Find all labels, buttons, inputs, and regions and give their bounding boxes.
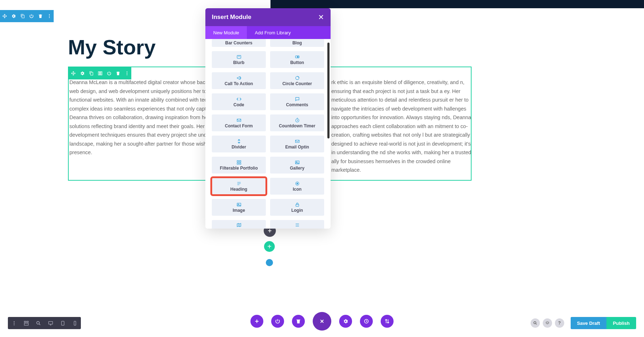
module-label: Divider (231, 145, 246, 150)
trash-icon[interactable] (113, 67, 122, 79)
module-contact-form[interactable]: Contact Form (212, 114, 266, 131)
module-circle-counter[interactable]: Circle Counter (270, 72, 324, 89)
add-row-button[interactable]: + (264, 241, 275, 252)
desktop-icon[interactable] (44, 317, 57, 329)
module-heading[interactable]: Heading (212, 178, 266, 195)
module-login[interactable]: Login (270, 199, 324, 216)
module-label: Button (290, 60, 304, 65)
section-pill[interactable] (266, 259, 273, 266)
svg-point-0 (49, 14, 49, 15)
module-comments[interactable]: Comments (270, 93, 324, 110)
more-icon[interactable] (122, 67, 131, 79)
gear-icon[interactable] (78, 67, 87, 79)
svg-rect-29 (24, 321, 25, 322)
module-image[interactable]: Image (212, 199, 266, 216)
module-label: Filterable Portfolio (220, 166, 258, 171)
gear-icon[interactable] (9, 10, 18, 22)
lock-icon (295, 202, 300, 207)
module-countdown-timer[interactable]: Countdown Timer (270, 114, 324, 131)
svg-rect-33 (48, 321, 52, 324)
swap-icon[interactable] (381, 315, 394, 328)
svg-point-8 (126, 74, 127, 75)
scrollbar[interactable] (327, 43, 330, 138)
publish-button[interactable]: Publish (606, 317, 636, 329)
module-label: Comments (286, 102, 308, 107)
svg-rect-25 (296, 204, 298, 206)
save-draft-button[interactable]: Save Draft (571, 317, 606, 329)
module-blog[interactable]: Blog (270, 39, 324, 47)
image-icon (236, 202, 241, 207)
more-icon[interactable] (8, 317, 20, 329)
module-icon[interactable]: Icon (270, 178, 324, 195)
trash-icon[interactable] (36, 10, 45, 22)
modal-body: Bar Counters Blog Blurb Button Call To A… (205, 39, 331, 229)
power-icon[interactable] (104, 67, 113, 79)
power-icon[interactable] (271, 315, 284, 328)
module-blurb[interactable]: Blurb (212, 51, 266, 68)
svg-point-32 (36, 321, 39, 324)
blurb-icon (236, 54, 241, 59)
bottom-left-toolbar (8, 317, 81, 329)
bottom-right-toolbar: ? Save Draft Publish (531, 317, 636, 329)
gear-icon[interactable] (339, 315, 352, 328)
code-icon (236, 97, 241, 102)
svg-point-1 (49, 16, 49, 16)
columns-icon[interactable] (96, 67, 104, 79)
svg-rect-15 (237, 160, 238, 162)
svg-rect-5 (101, 72, 102, 75)
tablet-icon[interactable] (57, 317, 69, 329)
svg-point-6 (126, 72, 127, 72)
svg-point-37 (534, 322, 536, 324)
svg-rect-9 (237, 55, 241, 58)
svg-point-7 (126, 73, 127, 74)
duplicate-icon[interactable] (87, 67, 96, 79)
power-icon[interactable] (27, 10, 36, 22)
tab-add-from-library[interactable]: Add From Library (247, 26, 298, 39)
modal-header: Insert Module ✕ (205, 8, 331, 26)
more-icon[interactable] (45, 10, 54, 22)
duplicate-icon[interactable] (18, 10, 27, 22)
add-button[interactable] (250, 315, 263, 328)
module-call-to-action[interactable]: Call To Action (212, 72, 266, 89)
trash-icon[interactable] (292, 315, 305, 328)
module-menu-partial[interactable] (270, 220, 324, 229)
move-icon[interactable] (69, 67, 78, 79)
svg-point-28 (14, 324, 15, 325)
close-icon[interactable]: ✕ (318, 13, 324, 21)
layers-icon[interactable] (543, 318, 552, 328)
zoom-icon[interactable] (32, 317, 44, 329)
section-toolbar (0, 10, 54, 22)
module-label: Login (291, 208, 303, 213)
grid-icon (236, 160, 241, 165)
module-code[interactable]: Code (212, 93, 266, 110)
move-icon[interactable] (0, 10, 9, 22)
svg-rect-4 (99, 72, 100, 75)
gallery-icon (295, 160, 300, 165)
search-icon[interactable] (531, 318, 540, 328)
svg-rect-17 (237, 163, 238, 164)
module-button[interactable]: Button (270, 51, 324, 68)
wireframe-icon[interactable] (20, 317, 32, 329)
module-divider[interactable]: Divider (212, 136, 266, 152)
svg-rect-34 (61, 321, 64, 325)
timer-icon (295, 118, 300, 123)
tab-new-module[interactable]: New Module (205, 26, 247, 39)
insert-module-modal: Insert Module ✕ New Module Add From Libr… (205, 8, 331, 229)
svg-point-2 (49, 17, 49, 18)
history-icon[interactable] (360, 315, 373, 328)
envelope-icon (236, 118, 241, 123)
modal-tabs: New Module Add From Library (205, 26, 331, 39)
megaphone-icon (236, 75, 241, 80)
close-main-button[interactable] (313, 312, 331, 331)
module-bar-counters[interactable]: Bar Counters (212, 39, 266, 47)
module-filterable-portfolio[interactable]: Filterable Portfolio (212, 157, 266, 174)
module-gallery[interactable]: Gallery (270, 157, 324, 174)
module-map-partial[interactable] (212, 220, 266, 229)
module-label: Contact Form (225, 123, 253, 128)
mobile-icon[interactable] (69, 317, 81, 329)
module-toolbar (69, 67, 131, 79)
help-icon[interactable]: ? (555, 318, 564, 328)
text-column-right: rk ethic is an exquisite blend of dilige… (331, 78, 472, 175)
module-email-optin[interactable]: Email Optin (270, 136, 324, 152)
module-label: Circle Counter (282, 81, 312, 86)
